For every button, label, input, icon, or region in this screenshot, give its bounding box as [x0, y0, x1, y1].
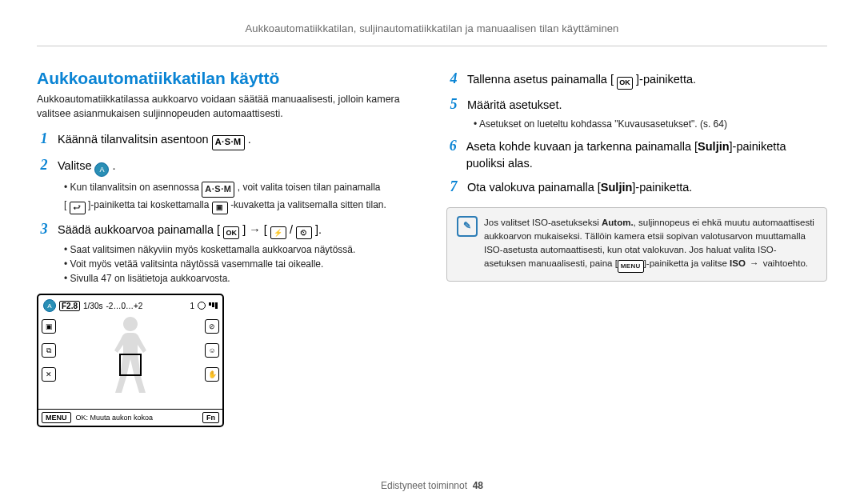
storage-icon [198, 302, 206, 310]
menu-button-label: MENU [42, 412, 71, 423]
step-4: 4 Tallenna asetus painamalla [ OK ]-pain… [446, 70, 827, 90]
step2-post: . [113, 159, 116, 172]
text: ]-painiketta. [636, 73, 696, 86]
battery-icon [209, 302, 218, 309]
back-icon: ⮐ [70, 202, 86, 214]
camera-lcd-preview: A F2.8 1/30s -2…0…+2 1 ▣ ⧉ ✕ ⊘ [37, 294, 224, 427]
face-icon: ☺ [205, 343, 219, 358]
aperture-mode-icon: A [43, 299, 56, 312]
list-item: Voit myös vetää valitsinta näytössä vase… [64, 257, 418, 271]
step-3-bullets: Saat valitsimen näkyviin myös koskettama… [64, 242, 418, 286]
mode-dial-asm-icon: A·S·M [202, 182, 234, 198]
off-icon: ✕ [42, 367, 56, 382]
text: Ota valokuva painamalla [ [467, 181, 601, 194]
list-item: Saat valitsimen näkyviin myös koskettama… [64, 242, 418, 257]
note-icon: ✎ [457, 216, 478, 237]
arrow-icon: → [746, 258, 763, 268]
drive-icon: ▣ [42, 319, 56, 334]
lcd-liveview: ▣ ⧉ ✕ ⊘ ☺ ✋ [38, 313, 222, 409]
step-number: 6 [446, 138, 460, 154]
intro-text: Aukkoautomatiikkatilassa aukkoarvo voida… [37, 93, 418, 121]
shutter-strong: Suljin [601, 181, 632, 194]
left-column: Aukkoautomatiikkatilan käyttö Aukkoautom… [37, 64, 418, 427]
page-number: 48 [473, 480, 483, 491]
right-column: 4 Tallenna asetus painamalla [ OK ]-pain… [446, 64, 827, 427]
step2-pre: Valitse [58, 159, 94, 172]
text: Aseta kohde kuvaan ja tarkenna painamall… [466, 140, 698, 153]
step1-pre: Käännä tilanvalitsin asentoon [58, 133, 212, 146]
step-number: 1 [37, 130, 51, 147]
breadcrumb: Aukkoautomatiikkatilan, suljinautomatiik… [37, 22, 827, 34]
step-number: 7 [446, 178, 461, 195]
text: Kun tilanvalitsin on asennossa [70, 182, 202, 193]
text: -kuvaketta ja valitsemalla sitten tilan. [230, 199, 386, 210]
note-box: ✎ Jos valitset ISO-asetukseksi Autom., s… [446, 207, 827, 282]
shutter-strong: Suljin [698, 140, 729, 153]
text: ]. [315, 223, 322, 236]
content-columns: Aukkoautomatiikkatilan käyttö Aukkoautom… [37, 64, 827, 427]
lcd-hintbar: MENU OK: Muuta aukon kokoa Fn [38, 409, 222, 426]
section-title: Aukkoautomatiikkatilan käyttö [37, 69, 418, 88]
flash-icon: ⚡ [270, 226, 286, 239]
text: vaihtoehto. [763, 258, 808, 268]
text: / [290, 223, 293, 236]
step-number: 4 [446, 70, 461, 87]
text: Säädä aukkoarvoa painamalla [ [58, 223, 220, 236]
step-number: 3 [37, 221, 51, 238]
text: ]-painiketta. [632, 181, 692, 194]
ev-scale: -2…0…+2 [106, 302, 142, 310]
divider [37, 46, 827, 46]
step-7: 7 Ota valokuva painamalla [Suljin]-paini… [446, 178, 827, 196]
focus-frame-icon [119, 354, 142, 376]
step-2-bullets: Kun tilanvalitsin on asennossa A·S·M , v… [64, 180, 418, 214]
text: Tallenna asetus painamalla [ [467, 73, 614, 86]
shots-remaining: 1 [190, 302, 194, 310]
burst-icon: ⧉ [42, 343, 56, 358]
mode-tile-icon: ▣ [212, 202, 228, 214]
text: ]-painiketta tai koskettamalla [88, 199, 212, 210]
step-6: 6 Aseta kohde kuvaan ja tarkenna painama… [446, 138, 827, 172]
text: ] → [ [242, 223, 267, 236]
ok-icon: OK [223, 226, 239, 239]
timer-icon: ⏲ [296, 226, 312, 239]
step1-post: . [248, 133, 251, 146]
list-item: Asetukset on lueteltu kohdassa "Kuvausas… [474, 117, 827, 131]
lcd-topbar: A F2.8 1/30s -2…0…+2 1 [38, 295, 222, 313]
text: ]-painiketta ja valitse [644, 258, 730, 268]
text: Määritä asetukset. [467, 97, 562, 114]
step-5-bullets: Asetukset on lueteltu kohdassa "Kuvausas… [474, 117, 827, 131]
flash-off-icon: ⊘ [205, 319, 219, 334]
shutter-value: 1/30s [83, 302, 102, 310]
page-footer: Edistyneet toiminnot 48 [0, 480, 864, 491]
strong: ISO [730, 258, 746, 268]
mode-dial-asm-icon: A·S·M [212, 135, 245, 150]
text: Jos valitset ISO-asetukseksi [484, 218, 602, 227]
step-5: 5 Määritä asetukset. [446, 96, 827, 114]
f-stop-value: F2.8 [59, 301, 80, 311]
strong: Autom. [602, 218, 634, 227]
text: [ [64, 199, 66, 210]
step-number: 2 [37, 157, 51, 174]
footer-text: Edistyneet toiminnot [381, 480, 467, 491]
note-text: Jos valitset ISO-asetukseksi Autom., sul… [484, 216, 817, 274]
aperture-mode-icon: A [94, 162, 109, 177]
step-3: 3 Säädä aukkoarvoa painamalla [ OK ] → [… [37, 221, 418, 240]
step-2: 2 Valitse A . [37, 157, 418, 178]
step-1: 1 Käännä tilanvalitsin asentoon A·S·M . [37, 130, 418, 150]
hint-text: OK: Muuta aukon kokoa [76, 414, 198, 422]
text: , voit valita toisen tilan painamalla [238, 182, 381, 193]
stabilizer-icon: ✋ [205, 367, 219, 382]
menu-icon: MENU [618, 260, 644, 273]
ok-icon: OK [617, 77, 633, 90]
step-number: 5 [446, 96, 461, 113]
list-item: Kun tilanvalitsin on asennossa A·S·M , v… [64, 180, 418, 214]
list-item: Sivulla 47 on lisätietoja aukkoarvosta. [64, 271, 418, 286]
fn-button-label: Fn [202, 412, 219, 423]
